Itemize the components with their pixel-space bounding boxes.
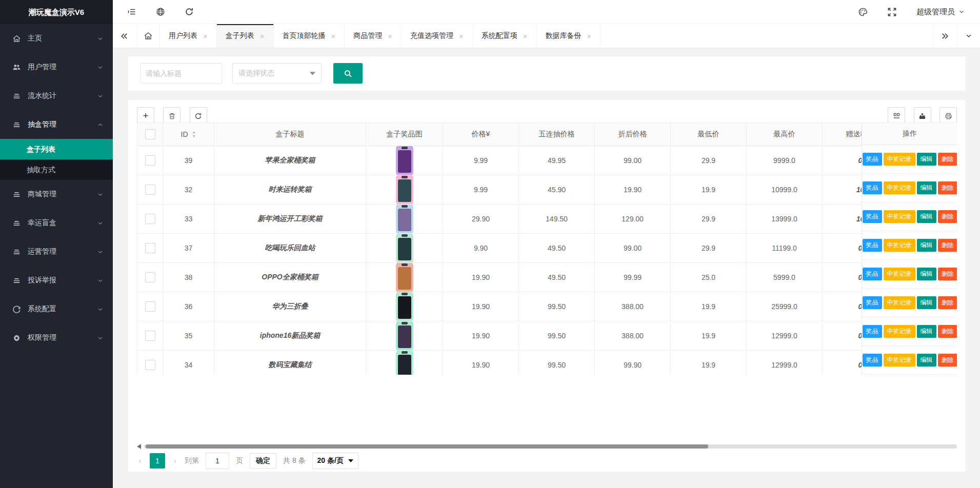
reload-table-button[interactable] (190, 107, 207, 125)
action-编辑-button[interactable]: 编辑 (917, 325, 936, 338)
close-tab-icon[interactable]: × (331, 32, 336, 40)
sidebar-item[interactable]: 投诉举报 (0, 266, 113, 295)
sidebar-item[interactable]: 抽盒管理 (0, 110, 113, 139)
print-button[interactable] (939, 107, 957, 125)
close-tab-icon[interactable]: × (459, 32, 464, 40)
action-中奖记录-button[interactable]: 中奖记录 (884, 239, 915, 252)
current-page-button[interactable]: 1 (150, 453, 165, 469)
select-all-checkbox[interactable] (145, 129, 155, 139)
tab-盒子列表[interactable]: 盒子列表× (217, 24, 274, 48)
sidebar-item[interactable]: 权限管理 (0, 323, 113, 352)
prev-page-button[interactable]: ‹ (137, 456, 143, 466)
confirm-page-button[interactable]: 确定 (250, 453, 276, 469)
refresh-icon[interactable] (185, 7, 194, 16)
fullscreen-icon[interactable] (887, 7, 897, 17)
action-中奖记录-button[interactable]: 中奖记录 (884, 210, 915, 223)
sidebar-item[interactable]: 主页 (0, 24, 113, 53)
action-中奖记录-button[interactable]: 中奖记录 (884, 268, 915, 280)
action-编辑-button[interactable]: 编辑 (917, 268, 936, 280)
action-删除-button[interactable]: 删除 (938, 325, 957, 338)
tabs-more-button[interactable] (956, 24, 980, 48)
tab-home-button[interactable] (136, 24, 160, 48)
sidebar-item[interactable]: 用户管理 (0, 53, 113, 82)
action-中奖记录-button[interactable]: 中奖记录 (884, 296, 915, 309)
cell-title: 苹果全家桶奖箱 (214, 146, 366, 175)
action-删除-button[interactable]: 删除 (938, 153, 957, 166)
action-奖品-button[interactable]: 奖品 (863, 239, 882, 252)
title-search-input[interactable] (140, 63, 222, 84)
tabs-scroll-left-button[interactable] (113, 24, 136, 48)
close-tab-icon[interactable]: × (587, 32, 592, 40)
action-编辑-button[interactable]: 编辑 (917, 354, 936, 367)
action-删除-button[interactable]: 删除 (938, 296, 957, 309)
header-cell-id: ID (163, 123, 214, 146)
scrollbar-left-arrow[interactable] (137, 444, 141, 449)
theme-palette-icon[interactable] (858, 7, 868, 17)
action-奖品-button[interactable]: 奖品 (863, 354, 882, 367)
tab-数据库备份[interactable]: 数据库备份× (537, 24, 601, 48)
action-奖品-button[interactable]: 奖品 (863, 296, 882, 309)
export-button[interactable] (914, 107, 931, 125)
tab-用户列表[interactable]: 用户列表× (160, 24, 217, 48)
tab-系统配置项[interactable]: 系统配置项× (473, 24, 537, 48)
row-checkbox[interactable] (145, 272, 155, 282)
cell-id: 39 (163, 146, 214, 175)
sidebar-item[interactable]: 幸运盲盒 (0, 209, 113, 237)
user-menu[interactable]: 超级管理员 (916, 7, 965, 17)
add-button[interactable]: + (137, 107, 154, 125)
row-checkbox[interactable] (145, 243, 155, 253)
action-编辑-button[interactable]: 编辑 (917, 239, 936, 252)
delete-selected-button[interactable] (163, 107, 181, 125)
tabs-scroll-right-button[interactable] (933, 24, 956, 48)
action-删除-button[interactable]: 删除 (938, 354, 957, 367)
status-select[interactable]: 请选择状态 (232, 63, 322, 84)
action-删除-button[interactable]: 删除 (938, 181, 957, 194)
next-page-button[interactable]: › (172, 456, 178, 466)
sidebar-subitem[interactable]: 抽取方式 (0, 159, 113, 180)
globe-icon[interactable] (156, 7, 165, 16)
action-编辑-button[interactable]: 编辑 (917, 153, 936, 166)
action-中奖记录-button[interactable]: 中奖记录 (884, 325, 915, 338)
tab-首页顶部轮播[interactable]: 首页顶部轮播× (274, 24, 345, 48)
action-奖品-button[interactable]: 奖品 (863, 325, 882, 338)
row-checkbox[interactable] (145, 360, 155, 370)
action-编辑-button[interactable]: 编辑 (917, 181, 936, 194)
scrollbar-thumb[interactable] (146, 444, 708, 449)
row-checkbox[interactable] (145, 331, 155, 341)
action-编辑-button[interactable]: 编辑 (917, 296, 936, 309)
action-奖品-button[interactable]: 奖品 (863, 153, 882, 166)
action-编辑-button[interactable]: 编辑 (917, 210, 936, 223)
tab-充值选项管理[interactable]: 充值选项管理× (402, 24, 473, 48)
action-中奖记录-button[interactable]: 中奖记录 (884, 354, 915, 367)
collapse-sidebar-icon[interactable] (127, 7, 136, 16)
close-tab-icon[interactable]: × (203, 32, 208, 40)
goto-page-input[interactable] (206, 453, 229, 469)
sidebar-subitem[interactable]: 盒子列表 (0, 139, 113, 159)
action-中奖记录-button[interactable]: 中奖记录 (884, 181, 915, 194)
action-奖品-button[interactable]: 奖品 (863, 210, 882, 223)
action-中奖记录-button[interactable]: 中奖记录 (884, 153, 915, 166)
sidebar-item[interactable]: 流水统计 (0, 82, 113, 110)
sidebar-item[interactable]: 运营管理 (0, 237, 113, 266)
box-prize-image (396, 175, 413, 204)
action-奖品-button[interactable]: 奖品 (863, 268, 882, 280)
row-checkbox[interactable] (145, 214, 155, 224)
close-tab-icon[interactable]: × (388, 32, 392, 40)
row-checkbox[interactable] (145, 185, 155, 195)
scrollbar-track[interactable] (144, 444, 957, 449)
action-删除-button[interactable]: 删除 (938, 239, 957, 252)
sidebar-item[interactable]: 系统配置 (0, 295, 113, 323)
row-checkbox[interactable] (145, 155, 155, 166)
sidebar-item[interactable]: 商城管理 (0, 180, 113, 209)
sort-icon[interactable] (191, 131, 196, 138)
action-删除-button[interactable]: 删除 (938, 268, 957, 280)
action-删除-button[interactable]: 删除 (938, 210, 957, 223)
row-checkbox[interactable] (145, 301, 155, 312)
close-tab-icon[interactable]: × (523, 32, 528, 40)
tab-商品管理[interactable]: 商品管理× (345, 24, 402, 48)
columns-filter-button[interactable] (888, 107, 905, 125)
search-button[interactable] (333, 63, 363, 84)
close-tab-icon[interactable]: × (260, 32, 265, 40)
action-奖品-button[interactable]: 奖品 (863, 181, 882, 194)
page-size-select[interactable]: 20 条/页 (312, 453, 358, 469)
